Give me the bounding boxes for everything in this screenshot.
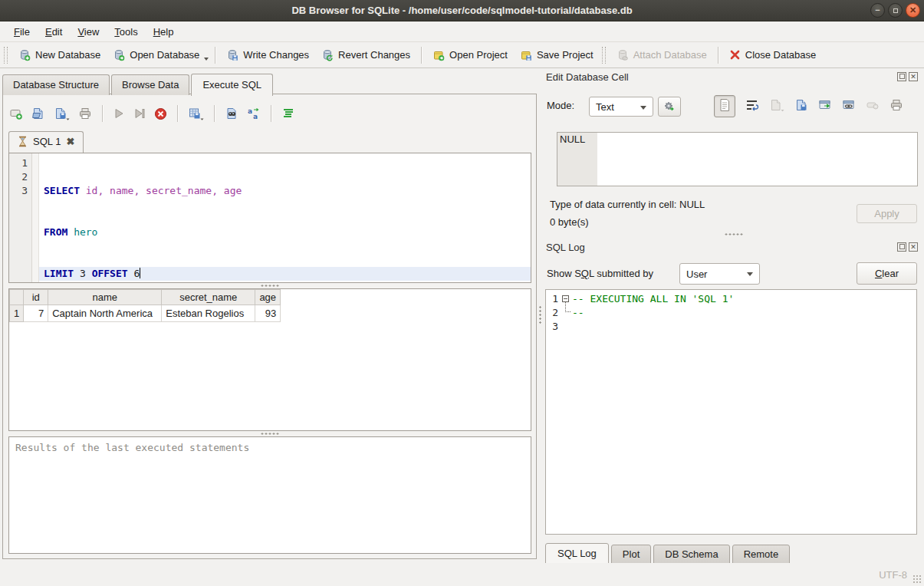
menu-file[interactable]: File [6,23,38,41]
cell-secret-name[interactable]: Esteban Rogelios [162,305,255,322]
link-window-icon [842,99,856,111]
open-project-button[interactable]: Open Project [426,45,514,65]
window-title: DB Browser for SQLite - /home/user/code/… [291,5,632,16]
external-window-icon [818,99,832,111]
export-cell-data-button[interactable] [794,98,808,114]
sql-log-view[interactable]: 1 -- EXECUTING ALL IN 'SQL 1' 2 -- 3 [545,289,917,535]
maximize-button[interactable] [888,3,903,18]
open-database-label: Open Database [130,49,199,61]
revert-changes-icon [321,49,334,61]
splitter-cell-log[interactable] [543,232,924,237]
mode-select[interactable]: Text [589,97,653,117]
column-header-secret-name[interactable]: secret_name [162,290,255,305]
main-vertical-splitter[interactable] [537,69,543,560]
editor-fold-margin [32,153,39,282]
cell-value-editor[interactable]: NULL [557,132,918,186]
toolbar-separator [718,47,718,64]
dock-tab-remote[interactable]: Remote [732,545,791,565]
toolbar-drag-handle[interactable] [602,47,606,64]
save-sql-file-button[interactable] [54,107,70,120]
word-wrap-button[interactable] [745,99,759,114]
export-results-button[interactable] [188,107,204,120]
save-project-button[interactable]: Save Project [514,45,600,65]
toolbar-drag-handle[interactable] [4,47,8,64]
cell-null-strip: NULL [557,133,597,186]
editor-text[interactable]: SELECT id, name, secret_name, age FROM h… [39,153,531,282]
sql-code-editor[interactable]: 1 2 3 SELECT id, name, secret_name, age … [8,153,531,283]
cell-name[interactable]: Captain North America [48,305,162,322]
save-project-label: Save Project [537,49,594,61]
close-tab-icon[interactable]: ✖ [66,136,74,147]
log-filter-select[interactable]: User [679,263,760,285]
execute-all-button[interactable] [113,107,125,120]
results-message-box[interactable]: Results of the last executed statements [8,436,531,554]
menu-bar: File Edit View Tools Help [0,21,924,42]
set-null-button[interactable] [866,100,880,113]
svg-text:a: a [253,113,258,120]
import-cell-data-button[interactable] [769,98,784,114]
new-database-icon [18,49,31,61]
tab-execute-sql[interactable]: Execute SQL [191,74,273,96]
dock-tab-plot[interactable]: Plot [611,545,651,565]
replace-button[interactable]: aa [247,107,261,120]
db-browser-window: DB Browser for SQLite - /home/user/code/… [0,0,924,586]
tab-browse-data[interactable]: Browse Data [111,74,189,95]
float-dock-icon[interactable] [897,242,906,252]
column-header-id[interactable]: id [24,290,48,305]
sql-number: 6 [128,268,140,279]
stop-button[interactable] [154,107,167,120]
execute-line-button[interactable] [133,107,146,120]
copy-link-button[interactable] [842,99,856,114]
menu-view[interactable]: View [70,23,107,41]
apply-button[interactable]: Apply [857,204,917,223]
float-dock-icon[interactable] [897,72,906,81]
encoding-indicator[interactable]: UTF-8 [879,569,907,581]
splitter-results-message[interactable] [8,431,531,436]
print-cell-button[interactable] [889,98,903,114]
write-changes-button[interactable]: Write Changes [220,45,315,65]
find-button[interactable] [225,107,238,120]
revert-changes-button[interactable]: Revert Changes [315,45,416,65]
close-dock-icon[interactable] [909,242,918,252]
format-sql-button[interactable] [281,107,295,120]
open-sql-file-button[interactable] [31,107,45,120]
open-in-external-button[interactable] [818,99,832,114]
find-in-document-icon [225,107,238,120]
menu-tools[interactable]: Tools [107,23,145,41]
results-grid[interactable]: id name secret_name age 1 7 Captain Nort… [8,288,531,431]
cell-settings-button[interactable] [658,97,681,117]
sql-number: 3 [74,268,91,279]
resize-grip[interactable] [912,574,922,584]
new-database-button[interactable]: New Database [12,45,107,65]
print-button[interactable] [78,107,92,120]
dock-tab-sql-log[interactable]: SQL Log [545,543,609,565]
clear-log-button[interactable]: Clear [857,262,917,285]
close-database-label: Close Database [745,49,817,61]
minimize-button[interactable]: − [870,3,885,18]
save-file-icon [54,107,70,120]
word-wrap-icon [745,99,759,111]
close-button[interactable]: ✕ [906,3,920,18]
cell-id[interactable]: 7 [24,305,48,322]
splitter-handle-dots [261,284,279,288]
cell-editor-icon-bar [714,95,903,117]
column-header-name[interactable]: name [48,290,162,305]
tab-database-structure[interactable]: Database Structure [2,74,110,95]
column-header-age[interactable]: age [255,290,281,305]
open-database-dropdown-caret[interactable] [204,58,209,61]
open-database-button[interactable]: Open Database [107,45,206,65]
attach-database-button[interactable]: Attach Database [610,45,713,65]
cell-age[interactable]: 93 [255,305,281,322]
collapse-icon[interactable] [562,295,569,302]
close-database-button[interactable]: Close Database [723,45,823,64]
close-dock-icon[interactable] [909,72,918,81]
menu-help[interactable]: Help [146,23,182,41]
open-sql-tab-button[interactable] [9,107,23,120]
open-database-icon [113,49,125,61]
splitter-editor-results[interactable] [8,283,531,288]
dock-tab-db-schema[interactable]: DB Schema [653,545,729,565]
sql-editor-tab[interactable]: SQL 1 ✖ [8,131,84,153]
menu-edit[interactable]: Edit [38,23,70,41]
row-header[interactable]: 1 [10,305,24,322]
text-view-button[interactable] [714,95,735,117]
